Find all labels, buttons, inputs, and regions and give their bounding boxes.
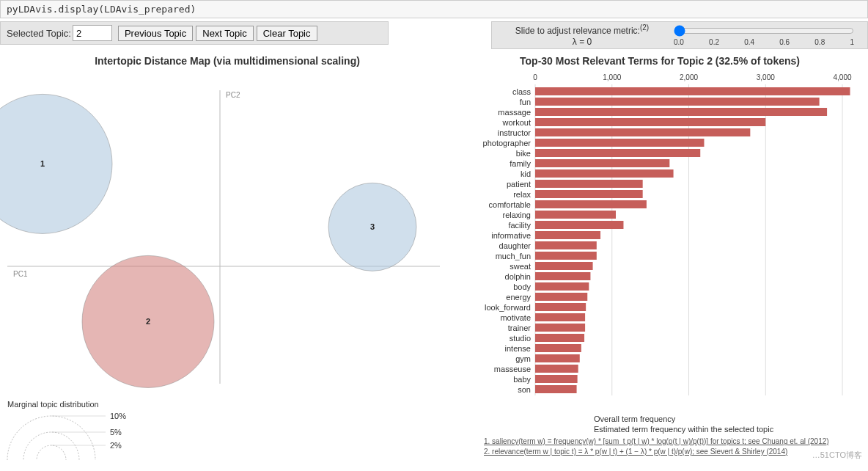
- bar-body[interactable]: [535, 282, 589, 291]
- left-panel: Intertopic Distance Map (via multidimens…: [0, 52, 455, 460]
- bar-trainer[interactable]: [535, 324, 585, 332]
- term-label-massage: massage: [498, 108, 531, 117]
- term-label-relax: relax: [513, 190, 531, 199]
- term-label-relaxing: relaxing: [502, 211, 531, 219]
- legend-overall: Overall term frequency: [542, 415, 865, 423]
- bar-fun[interactable]: [535, 98, 820, 106]
- bar-intense[interactable]: [535, 344, 581, 352]
- marginal-svg: 2%5%10%: [0, 409, 191, 460]
- term-label-masseuse: masseuse: [494, 365, 531, 373]
- legend-topic-swatch: [542, 425, 586, 434]
- term-label-family: family: [510, 159, 531, 168]
- bar-look_forward[interactable]: [535, 303, 586, 311]
- term-label-energy: energy: [506, 293, 531, 302]
- bar-workout[interactable]: [535, 118, 765, 126]
- bar-comfortable[interactable]: [535, 200, 647, 208]
- term-label-motivate: motivate: [500, 313, 531, 322]
- controls-spacer: [389, 21, 491, 49]
- bar-son[interactable]: [535, 385, 577, 393]
- bar-family[interactable]: [535, 159, 669, 167]
- term-label-studio: studio: [510, 334, 531, 343]
- bar-kid[interactable]: [535, 169, 674, 178]
- term-label-instructor: instructor: [498, 128, 532, 137]
- term-label-bike: bike: [516, 149, 531, 158]
- term-label-intense: intense: [505, 344, 531, 353]
- selected-topic-label: Selected Topic:: [7, 28, 71, 39]
- bar-facility[interactable]: [535, 221, 623, 229]
- left-title: Intertopic Distance Map (via multidimens…: [0, 55, 455, 67]
- pc1-axis-label: PC1: [13, 270, 28, 278]
- term-label-photographer: photographer: [483, 139, 532, 147]
- term-label-son: son: [518, 385, 531, 394]
- term-label-fun: fun: [520, 98, 531, 106]
- bar-studio[interactable]: [535, 334, 584, 342]
- term-label-look_forward: look_forward: [485, 303, 531, 312]
- relevance-slider-wrap: 0.0 0.2 0.4 0.6 0.8 1: [666, 25, 861, 46]
- controls-row: Selected Topic: Previous Topic Next Topi…: [0, 21, 868, 49]
- bar-class[interactable]: [535, 87, 850, 95]
- x-tick-4000: 4,000: [834, 73, 852, 81]
- svg-point-4: [7, 416, 95, 460]
- x-tick-0: 0: [533, 73, 537, 81]
- bar-much_fun[interactable]: [535, 252, 597, 260]
- svg-point-3: [23, 432, 79, 460]
- term-label-sweat: sweat: [510, 262, 531, 271]
- svg-point-2: [37, 445, 66, 460]
- code-text: pyLDAvis.display(LDAvis_prepared): [7, 4, 196, 15]
- x-tick-3000: 3,000: [757, 73, 775, 81]
- bar-relaxing[interactable]: [535, 211, 616, 219]
- pc2-axis-label: PC2: [226, 91, 240, 99]
- term-label-patient: patient: [507, 180, 531, 189]
- bar-relax[interactable]: [535, 190, 643, 198]
- intertopic-svg: PC2 PC1 123: [0, 68, 455, 398]
- charts-row: Intertopic Distance Map (via multidimens…: [0, 52, 868, 460]
- bar-chart-svg: 01,0002,0003,0004,000classfunmassagework…: [455, 68, 865, 413]
- relevance-slider[interactable]: [674, 25, 854, 37]
- relevance-label: Slide to adjust relevance metric:(2) λ =…: [498, 23, 666, 47]
- bar-dolphin[interactable]: [535, 272, 590, 280]
- bar-masseuse[interactable]: [535, 365, 578, 373]
- right-panel: Top-30 Most Relevant Terms for Topic 2 (…: [455, 52, 865, 460]
- next-topic-button[interactable]: Next Topic: [196, 26, 253, 41]
- code-cell: pyLDAvis.display(LDAvis_prepared): [0, 0, 868, 18]
- bar-sweat[interactable]: [535, 262, 593, 270]
- selected-topic-input[interactable]: [73, 25, 112, 41]
- marginal-level-10%: 10%: [110, 412, 126, 420]
- marginal-level-5%: 5%: [110, 428, 122, 437]
- clear-topic-button[interactable]: Clear Topic: [257, 26, 317, 41]
- bar-informative[interactable]: [535, 231, 600, 239]
- previous-topic-button[interactable]: Previous Topic: [118, 26, 193, 41]
- bar-photographer[interactable]: [535, 139, 704, 147]
- legend-overall-swatch: [542, 415, 586, 423]
- term-label-baby: baby: [513, 375, 531, 384]
- bar-gym[interactable]: [535, 354, 580, 362]
- bar-motivate[interactable]: [535, 313, 585, 321]
- topic-bubble-label-3: 3: [370, 222, 375, 231]
- term-label-dolphin: dolphin: [505, 272, 531, 281]
- bar-baby[interactable]: [535, 375, 578, 383]
- term-label-gym: gym: [515, 354, 531, 363]
- slider-ticks: 0.0 0.2 0.4 0.6 0.8 1: [674, 38, 854, 46]
- bar-daughter[interactable]: [535, 241, 597, 249]
- legend-topic: Estimated term frequency within the sele…: [542, 425, 865, 434]
- marginal-title: Marginal topic distribution: [7, 400, 455, 409]
- bar-instructor[interactable]: [535, 128, 750, 136]
- term-label-much_fun: much_fun: [496, 252, 531, 260]
- right-title: Top-30 Most Relevant Terms for Topic 2 (…: [455, 55, 865, 67]
- term-label-kid: kid: [521, 169, 531, 178]
- bar-bike[interactable]: [535, 149, 700, 157]
- term-label-workout: workout: [501, 118, 531, 127]
- term-label-facility: facility: [508, 221, 531, 230]
- x-tick-2000: 2,000: [680, 73, 698, 81]
- term-label-class: class: [512, 87, 532, 96]
- term-label-comfortable: comfortable: [489, 200, 531, 209]
- topic-bubble-1[interactable]: [0, 94, 112, 233]
- x-tick-1000: 1,000: [603, 73, 621, 81]
- bar-patient[interactable]: [535, 180, 643, 188]
- topic-bubble-label-1: 1: [40, 159, 45, 168]
- controls-right: Slide to adjust relevance metric:(2) λ =…: [491, 21, 868, 49]
- topic-bubble-label-2: 2: [146, 317, 150, 326]
- bar-massage[interactable]: [535, 108, 827, 116]
- term-label-body: body: [513, 282, 531, 291]
- bar-energy[interactable]: [535, 293, 587, 301]
